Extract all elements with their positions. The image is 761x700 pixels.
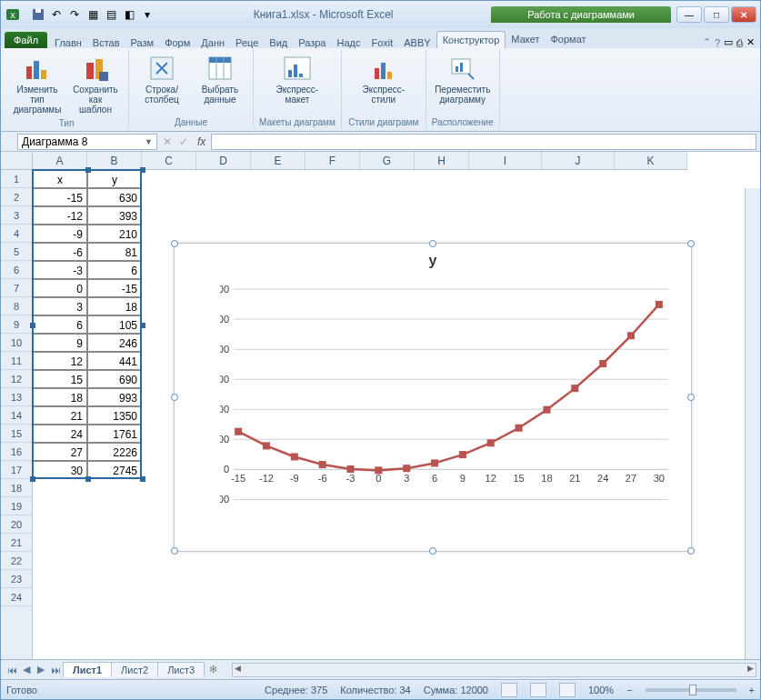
cell-B8[interactable]: 18	[87, 297, 142, 315]
redo-icon[interactable]: ↷	[66, 6, 83, 23]
cell-B1[interactable]: y	[87, 170, 142, 188]
cell-A1[interactable]: x	[33, 170, 87, 188]
sheet-tab-active[interactable]: Лист1	[63, 662, 112, 677]
print-icon[interactable]: ⎙	[736, 37, 743, 48]
col-header-D[interactable]: D	[196, 152, 251, 169]
zoom-out-icon[interactable]: −	[626, 685, 632, 695]
qat-icon-3[interactable]: ◧	[121, 6, 137, 23]
row-header-7[interactable]: 7	[1, 279, 32, 297]
row-header-21[interactable]: 21	[1, 534, 32, 552]
cell-B4[interactable]: 210	[87, 225, 142, 243]
view-normal-button[interactable]	[501, 683, 517, 697]
cell-B13[interactable]: 993	[87, 388, 142, 406]
row-header-8[interactable]: 8	[1, 297, 32, 315]
row-header-22[interactable]: 22	[1, 552, 32, 570]
change-chart-type-button[interactable]: Изменить тип диаграммы	[10, 52, 65, 116]
chart-title[interactable]: y	[175, 244, 691, 269]
cell-A10[interactable]: 9	[33, 334, 87, 352]
formula-bar[interactable]	[211, 134, 756, 150]
row-header-17[interactable]: 17	[1, 461, 32, 479]
cell-A3[interactable]: -12	[33, 206, 87, 225]
row-header-12[interactable]: 12	[1, 370, 32, 388]
row-header-5[interactable]: 5	[1, 243, 32, 261]
cell-A17[interactable]: 30	[33, 461, 87, 479]
qat-icon-1[interactable]: ▦	[85, 6, 101, 23]
cell-A12[interactable]: 15	[33, 370, 87, 388]
select-data-button[interactable]: Выбрать данные	[193, 52, 247, 106]
cancel-icon[interactable]: ✕	[159, 135, 175, 148]
sheet-nav-last-icon[interactable]: ⏭	[48, 665, 63, 675]
col-header-A[interactable]: A	[33, 152, 87, 169]
row-header-19[interactable]: 19	[1, 497, 32, 515]
cell-B9[interactable]: 105	[87, 315, 142, 334]
enter-icon[interactable]: ✓	[175, 135, 192, 148]
row-header-9[interactable]: 9	[1, 315, 32, 334]
cell-B11[interactable]: 441	[87, 352, 142, 370]
cell-A6[interactable]: -3	[33, 261, 87, 279]
cell-A9[interactable]: 6	[33, 315, 87, 334]
cell-A8[interactable]: 3	[33, 297, 87, 315]
cell-B15[interactable]: 1761	[87, 425, 142, 443]
chart-tab-Конструктор[interactable]: Конструктор	[436, 31, 506, 48]
save-as-template-button[interactable]: Сохранить как шаблон	[68, 52, 123, 116]
col-header-I[interactable]: I	[469, 152, 542, 169]
doc-close-icon[interactable]: ✕	[746, 36, 755, 48]
fx-icon[interactable]: fx	[192, 135, 211, 148]
col-header-J[interactable]: J	[542, 152, 615, 169]
cell-B6[interactable]: 6	[87, 261, 142, 279]
row-header-2[interactable]: 2	[1, 188, 32, 206]
row-header-15[interactable]: 15	[1, 425, 32, 443]
cell-A13[interactable]: 18	[33, 388, 87, 406]
row-header-24[interactable]: 24	[1, 588, 32, 606]
cell-A7[interactable]: 0	[33, 279, 87, 297]
qat-icon-2[interactable]: ▤	[103, 6, 119, 23]
close-button[interactable]: ✕	[731, 6, 756, 23]
name-box[interactable]: Диаграмма 8 ▼	[17, 134, 157, 150]
cell-A14[interactable]: 21	[33, 406, 87, 425]
cell-B14[interactable]: 1350	[87, 406, 142, 425]
view-page-break-button[interactable]	[559, 683, 576, 697]
row-header-16[interactable]: 16	[1, 443, 32, 461]
sheet-tab-3[interactable]: Лист3	[157, 662, 205, 677]
column-headers[interactable]: ABCDEFGHIJK	[33, 152, 687, 170]
row-header-1[interactable]: 1	[1, 170, 32, 188]
col-header-H[interactable]: H	[415, 152, 469, 169]
col-header-E[interactable]: E	[251, 152, 305, 169]
switch-row-column-button[interactable]: Строка/столбец	[135, 52, 189, 106]
vertical-scrollbar[interactable]	[745, 188, 760, 659]
chevron-down-icon[interactable]: ▼	[145, 137, 153, 146]
col-header-G[interactable]: G	[360, 152, 415, 169]
maximize-button[interactable]: □	[704, 6, 729, 23]
horizontal-scrollbar[interactable]: ◀ ▶	[232, 663, 756, 677]
col-header-B[interactable]: B	[87, 152, 142, 169]
cell-B2[interactable]: 630	[87, 188, 142, 206]
row-header-3[interactable]: 3	[1, 206, 32, 225]
sheet-tab-2[interactable]: Лист2	[111, 662, 158, 677]
quick-layout-button[interactable]: Экспресс-макет	[261, 52, 334, 106]
cell-A11[interactable]: 12	[33, 352, 87, 370]
cell-B5[interactable]: 81	[87, 243, 142, 261]
zoom-in-icon[interactable]: +	[749, 685, 755, 695]
zoom-level[interactable]: 100%	[588, 685, 614, 695]
help-icon[interactable]: ?	[715, 37, 720, 48]
save-icon[interactable]	[30, 6, 46, 23]
row-header-11[interactable]: 11	[1, 352, 32, 370]
row-header-6[interactable]: 6	[1, 261, 32, 279]
row-header-20[interactable]: 20	[1, 515, 32, 534]
col-header-F[interactable]: F	[305, 152, 360, 169]
row-header-10[interactable]: 10	[1, 334, 32, 352]
cell-B17[interactable]: 2745	[87, 461, 142, 479]
row-header-14[interactable]: 14	[1, 406, 32, 425]
cell-A16[interactable]: 27	[33, 443, 87, 461]
row-header-4[interactable]: 4	[1, 225, 32, 243]
move-chart-button[interactable]: Переместить диаграмму	[436, 52, 490, 106]
file-tab[interactable]: Файл	[5, 32, 47, 48]
select-all-corner[interactable]	[1, 152, 33, 170]
sheet-nav-prev-icon[interactable]: ◀	[19, 664, 34, 675]
sheet-nav-first-icon[interactable]: ⏮	[5, 665, 19, 675]
sheet-nav-next-icon[interactable]: ▶	[34, 664, 48, 675]
cell-A5[interactable]: -6	[33, 243, 87, 261]
cell-A2[interactable]: -15	[33, 188, 87, 206]
chart-tab-Формат[interactable]: Формат	[546, 31, 592, 48]
minimize-button[interactable]: —	[676, 6, 702, 23]
